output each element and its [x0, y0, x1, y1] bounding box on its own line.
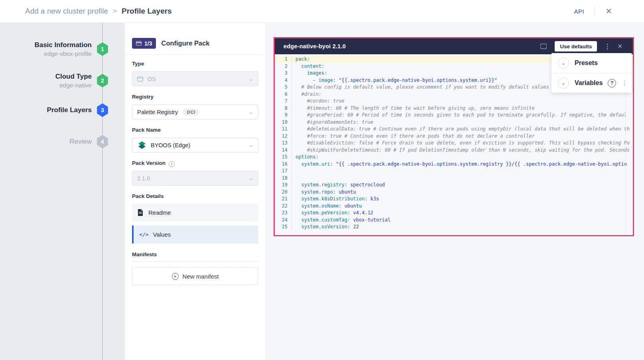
presets-row[interactable]: ⌄ Presets [551, 53, 632, 73]
pack-version-value: 2.1.0 [137, 175, 150, 182]
window-icon [136, 41, 142, 45]
step-number-badge: 3 [97, 103, 108, 117]
step-number-badge: 2 [97, 74, 108, 87]
step-profile-layers[interactable]: Profile Layers 3 [0, 101, 125, 119]
line-number: 25 [275, 224, 292, 231]
step-sublabel: edge-vbox-profile [34, 49, 92, 58]
code-line[interactable]: 9 #gracePeriod: 60 # Period of time in s… [275, 112, 633, 119]
values-tab[interactable]: </> Values [132, 225, 258, 243]
code-line[interactable]: 8 #timeout: 60 # The length of time to w… [275, 105, 633, 112]
line-number: 4 [275, 77, 292, 84]
line-number: 16 [275, 161, 292, 168]
code-text: options: [292, 154, 319, 161]
kebab-menu-icon[interactable]: ⋮ [604, 42, 611, 51]
step-label: Cloud Type [55, 72, 92, 81]
code-text: system.peVersion: v4.4.12 [292, 210, 373, 217]
code-text: system.k8sDistribution: k3s [292, 196, 379, 203]
plus-icon: + [172, 273, 179, 280]
info-icon[interactable]: i [169, 161, 175, 167]
close-icon[interactable]: ✕ [605, 7, 612, 15]
code-text: pack: [292, 56, 310, 63]
oci-badge: OCI [183, 109, 199, 116]
code-text [292, 175, 295, 182]
line-number: 23 [275, 210, 292, 217]
readme-tab[interactable]: Readme [132, 204, 258, 222]
line-number: 19 [275, 182, 292, 189]
manifests-divider [132, 261, 258, 262]
step-sublabel: edge-native [55, 81, 92, 89]
line-number: 8 [275, 105, 292, 112]
use-defaults-button[interactable]: Use defaults [555, 41, 597, 51]
code-line[interactable]: 19 system.registry: spectrocloud [275, 182, 633, 189]
code-text [292, 168, 295, 175]
code-line[interactable]: 25 system.osVersion: 22 [275, 224, 633, 231]
registry-label: Registry [132, 94, 154, 100]
presets-label: Presets [575, 59, 598, 67]
values-tab-label: Values [153, 231, 171, 238]
diff-compare-icon[interactable] [539, 43, 548, 50]
top-bar: Add a new cluster profile > Profile Laye… [0, 0, 644, 23]
step-label: Basic Information [34, 41, 92, 49]
api-link[interactable]: API [574, 8, 585, 15]
line-number: 3 [275, 70, 292, 77]
line-number: 24 [275, 217, 292, 224]
code-line[interactable]: 23 system.peVersion: v4.4.12 [275, 210, 633, 217]
code-line[interactable]: 12 #force: true # Continue even if there… [275, 133, 633, 140]
kebab-menu-icon[interactable]: ⋮ [622, 79, 628, 87]
chevron-down-icon[interactable]: ⌄ [558, 77, 569, 89]
line-number: 15 [275, 154, 292, 161]
line-number: 13 [275, 140, 292, 147]
code-line[interactable]: 11 #deleteLocalData: true # Continue eve… [275, 126, 633, 133]
registry-select[interactable]: Palette Registry OCI ⌄ [132, 105, 258, 119]
code-line[interactable]: 22 system.osName: ubuntu [275, 203, 633, 210]
code-line[interactable]: 17 [275, 168, 633, 175]
pack-name-select[interactable]: BYOOS (Edge) ⌄ [132, 138, 258, 152]
step-review[interactable]: Review 4 [0, 133, 125, 151]
step-label: Review [69, 137, 92, 146]
code-text: # Below config is default value, please … [292, 84, 549, 91]
code-line[interactable]: 7 #cordon: true [275, 98, 633, 105]
step-cloud-type[interactable]: Cloud Type edge-native 2 [0, 69, 125, 93]
code-line[interactable]: 21 system.k8sDistribution: k3s [275, 196, 633, 203]
chevron-down-icon[interactable]: ⌄ [558, 57, 569, 69]
chevron-down-icon: ⌄ [248, 76, 254, 82]
type-select[interactable]: OS ⌄ [132, 71, 258, 86]
line-number: 2 [275, 63, 292, 70]
configure-pack-title: Configure Pack [161, 40, 209, 47]
line-number: 5 [275, 84, 292, 91]
code-text: images: [292, 70, 327, 77]
breadcrumb: Add a new cluster profile > Profile Laye… [25, 7, 172, 16]
new-manifest-label: New manifest [183, 273, 219, 280]
presets-variables-panel: ⌄ Presets ⌄ Variables ? ⋮ [551, 53, 632, 93]
code-text: #cordon: true [292, 98, 345, 105]
code-line[interactable]: 10 #ignoreDaemonSets: true [275, 119, 633, 126]
code-text: #skipWaitForDeleteTimeout: 60 # If pod D… [292, 147, 630, 154]
code-line[interactable]: 13 #disableEviction: false # Force drain… [275, 140, 633, 147]
code-line[interactable]: 18 [275, 175, 633, 182]
chevron-down-icon: ⌄ [248, 142, 254, 148]
code-text: - image: "{{.spectro.pack.edge-native-by… [292, 77, 497, 84]
line-number: 12 [275, 133, 292, 140]
pack-version-select[interactable]: 2.1.0 ⌄ [132, 171, 258, 186]
editor-title: edge-native-byoi 2.1.0 [284, 43, 346, 49]
code-text: #timeout: 60 # The length of time to wai… [292, 105, 535, 112]
breadcrumb-separator: > [113, 7, 117, 15]
new-manifest-button[interactable]: + New manifest [132, 267, 258, 285]
code-line[interactable]: 14 #skipWaitForDeleteTimeout: 60 # If po… [275, 147, 633, 154]
help-icon[interactable]: ? [608, 79, 616, 87]
code-line[interactable]: 24 system.customTag: vbox-tutorial [275, 217, 633, 224]
code-line[interactable]: 20 system.repo: ubuntu [275, 189, 633, 196]
line-number: 1 [275, 56, 292, 63]
line-number: 7 [275, 98, 292, 105]
editor-close-icon[interactable]: ✕ [617, 43, 622, 50]
breadcrumb-parent-link[interactable]: Add a new cluster profile [25, 7, 108, 16]
line-number: 14 [275, 147, 292, 154]
line-number: 10 [275, 119, 292, 126]
line-number: 18 [275, 175, 292, 182]
step-basic-information[interactable]: Basic Information edge-vbox-profile 1 [0, 37, 125, 61]
line-number: 21 [275, 196, 292, 203]
code-line[interactable]: 15options: [275, 154, 633, 161]
code-line[interactable]: 16 system.uri: "{{ .spectro.pack.edge-na… [275, 161, 633, 168]
code-text: system.repo: ubuntu [292, 189, 356, 196]
variables-row[interactable]: ⌄ Variables ? ⋮ [551, 73, 632, 93]
